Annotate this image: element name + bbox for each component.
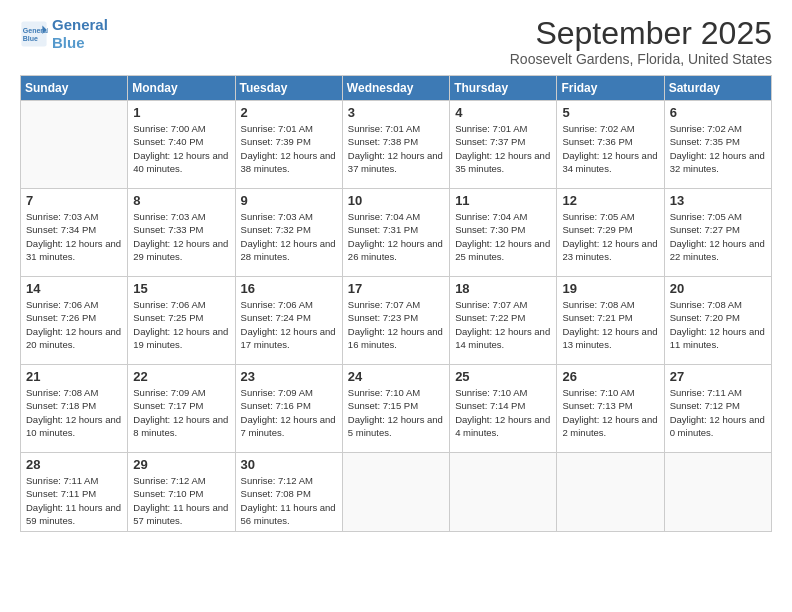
logo: General Blue General Blue [20,16,108,52]
day-info: Sunrise: 7:12 AM Sunset: 7:10 PM Dayligh… [133,474,229,527]
calendar-cell [21,101,128,189]
calendar-cell: 23 Sunrise: 7:09 AM Sunset: 7:16 PM Dayl… [235,365,342,453]
week-row-5: 28 Sunrise: 7:11 AM Sunset: 7:11 PM Dayl… [21,453,772,532]
week-row-2: 7 Sunrise: 7:03 AM Sunset: 7:34 PM Dayli… [21,189,772,277]
calendar-cell: 25 Sunrise: 7:10 AM Sunset: 7:14 PM Dayl… [450,365,557,453]
day-info: Sunrise: 7:06 AM Sunset: 7:26 PM Dayligh… [26,298,122,351]
weekday-header-friday: Friday [557,76,664,101]
day-info: Sunrise: 7:09 AM Sunset: 7:17 PM Dayligh… [133,386,229,439]
calendar-cell: 12 Sunrise: 7:05 AM Sunset: 7:29 PM Dayl… [557,189,664,277]
calendar-cell: 20 Sunrise: 7:08 AM Sunset: 7:20 PM Dayl… [664,277,771,365]
logo-line2: Blue [52,34,108,52]
calendar-cell: 8 Sunrise: 7:03 AM Sunset: 7:33 PM Dayli… [128,189,235,277]
day-info: Sunrise: 7:10 AM Sunset: 7:15 PM Dayligh… [348,386,444,439]
day-info: Sunrise: 7:10 AM Sunset: 7:14 PM Dayligh… [455,386,551,439]
calendar-cell: 27 Sunrise: 7:11 AM Sunset: 7:12 PM Dayl… [664,365,771,453]
week-row-4: 21 Sunrise: 7:08 AM Sunset: 7:18 PM Dayl… [21,365,772,453]
calendar-cell: 5 Sunrise: 7:02 AM Sunset: 7:36 PM Dayli… [557,101,664,189]
day-number: 27 [670,369,766,384]
calendar-cell: 18 Sunrise: 7:07 AM Sunset: 7:22 PM Dayl… [450,277,557,365]
calendar-cell: 3 Sunrise: 7:01 AM Sunset: 7:38 PM Dayli… [342,101,449,189]
day-info: Sunrise: 7:10 AM Sunset: 7:13 PM Dayligh… [562,386,658,439]
day-info: Sunrise: 7:04 AM Sunset: 7:31 PM Dayligh… [348,210,444,263]
day-number: 22 [133,369,229,384]
day-info: Sunrise: 7:08 AM Sunset: 7:20 PM Dayligh… [670,298,766,351]
day-number: 1 [133,105,229,120]
weekday-header-wednesday: Wednesday [342,76,449,101]
day-number: 19 [562,281,658,296]
day-number: 14 [26,281,122,296]
day-info: Sunrise: 7:03 AM Sunset: 7:34 PM Dayligh… [26,210,122,263]
day-info: Sunrise: 7:00 AM Sunset: 7:40 PM Dayligh… [133,122,229,175]
day-number: 15 [133,281,229,296]
day-number: 5 [562,105,658,120]
day-info: Sunrise: 7:11 AM Sunset: 7:11 PM Dayligh… [26,474,122,527]
day-number: 20 [670,281,766,296]
weekday-header-thursday: Thursday [450,76,557,101]
day-number: 2 [241,105,337,120]
calendar-cell [450,453,557,532]
weekday-header-monday: Monday [128,76,235,101]
day-number: 23 [241,369,337,384]
day-number: 17 [348,281,444,296]
calendar-cell: 10 Sunrise: 7:04 AM Sunset: 7:31 PM Dayl… [342,189,449,277]
weekday-header-row: SundayMondayTuesdayWednesdayThursdayFrid… [21,76,772,101]
weekday-header-tuesday: Tuesday [235,76,342,101]
calendar-cell [664,453,771,532]
calendar-cell: 11 Sunrise: 7:04 AM Sunset: 7:30 PM Dayl… [450,189,557,277]
calendar-cell: 26 Sunrise: 7:10 AM Sunset: 7:13 PM Dayl… [557,365,664,453]
calendar-cell: 2 Sunrise: 7:01 AM Sunset: 7:39 PM Dayli… [235,101,342,189]
day-info: Sunrise: 7:05 AM Sunset: 7:27 PM Dayligh… [670,210,766,263]
calendar-table: SundayMondayTuesdayWednesdayThursdayFrid… [20,75,772,532]
day-number: 26 [562,369,658,384]
calendar-cell: 4 Sunrise: 7:01 AM Sunset: 7:37 PM Dayli… [450,101,557,189]
day-info: Sunrise: 7:11 AM Sunset: 7:12 PM Dayligh… [670,386,766,439]
day-number: 6 [670,105,766,120]
day-number: 25 [455,369,551,384]
calendar-cell: 14 Sunrise: 7:06 AM Sunset: 7:26 PM Dayl… [21,277,128,365]
day-info: Sunrise: 7:03 AM Sunset: 7:33 PM Dayligh… [133,210,229,263]
day-number: 18 [455,281,551,296]
calendar-cell: 15 Sunrise: 7:06 AM Sunset: 7:25 PM Dayl… [128,277,235,365]
day-number: 13 [670,193,766,208]
calendar-cell: 1 Sunrise: 7:00 AM Sunset: 7:40 PM Dayli… [128,101,235,189]
day-info: Sunrise: 7:01 AM Sunset: 7:39 PM Dayligh… [241,122,337,175]
title-area: September 2025 Roosevelt Gardens, Florid… [510,16,772,67]
day-info: Sunrise: 7:01 AM Sunset: 7:37 PM Dayligh… [455,122,551,175]
day-info: Sunrise: 7:01 AM Sunset: 7:38 PM Dayligh… [348,122,444,175]
calendar-cell: 16 Sunrise: 7:06 AM Sunset: 7:24 PM Dayl… [235,277,342,365]
day-info: Sunrise: 7:08 AM Sunset: 7:21 PM Dayligh… [562,298,658,351]
week-row-1: 1 Sunrise: 7:00 AM Sunset: 7:40 PM Dayli… [21,101,772,189]
day-info: Sunrise: 7:12 AM Sunset: 7:08 PM Dayligh… [241,474,337,527]
day-info: Sunrise: 7:09 AM Sunset: 7:16 PM Dayligh… [241,386,337,439]
week-row-3: 14 Sunrise: 7:06 AM Sunset: 7:26 PM Dayl… [21,277,772,365]
location-title: Roosevelt Gardens, Florida, United State… [510,51,772,67]
weekday-header-saturday: Saturday [664,76,771,101]
day-number: 7 [26,193,122,208]
calendar-cell: 22 Sunrise: 7:09 AM Sunset: 7:17 PM Dayl… [128,365,235,453]
day-number: 30 [241,457,337,472]
day-info: Sunrise: 7:04 AM Sunset: 7:30 PM Dayligh… [455,210,551,263]
day-info: Sunrise: 7:07 AM Sunset: 7:23 PM Dayligh… [348,298,444,351]
day-info: Sunrise: 7:06 AM Sunset: 7:25 PM Dayligh… [133,298,229,351]
day-number: 8 [133,193,229,208]
page-header: General Blue General Blue September 2025… [20,16,772,67]
calendar-cell: 29 Sunrise: 7:12 AM Sunset: 7:10 PM Dayl… [128,453,235,532]
calendar-cell: 19 Sunrise: 7:08 AM Sunset: 7:21 PM Dayl… [557,277,664,365]
calendar-cell [557,453,664,532]
day-info: Sunrise: 7:06 AM Sunset: 7:24 PM Dayligh… [241,298,337,351]
day-number: 9 [241,193,337,208]
calendar-cell: 30 Sunrise: 7:12 AM Sunset: 7:08 PM Dayl… [235,453,342,532]
month-title: September 2025 [510,16,772,51]
day-number: 16 [241,281,337,296]
day-number: 4 [455,105,551,120]
calendar-cell: 24 Sunrise: 7:10 AM Sunset: 7:15 PM Dayl… [342,365,449,453]
calendar-cell: 7 Sunrise: 7:03 AM Sunset: 7:34 PM Dayli… [21,189,128,277]
day-number: 12 [562,193,658,208]
day-info: Sunrise: 7:05 AM Sunset: 7:29 PM Dayligh… [562,210,658,263]
calendar-cell: 21 Sunrise: 7:08 AM Sunset: 7:18 PM Dayl… [21,365,128,453]
day-info: Sunrise: 7:02 AM Sunset: 7:36 PM Dayligh… [562,122,658,175]
svg-rect-0 [21,21,46,46]
calendar-cell: 13 Sunrise: 7:05 AM Sunset: 7:27 PM Dayl… [664,189,771,277]
day-number: 10 [348,193,444,208]
